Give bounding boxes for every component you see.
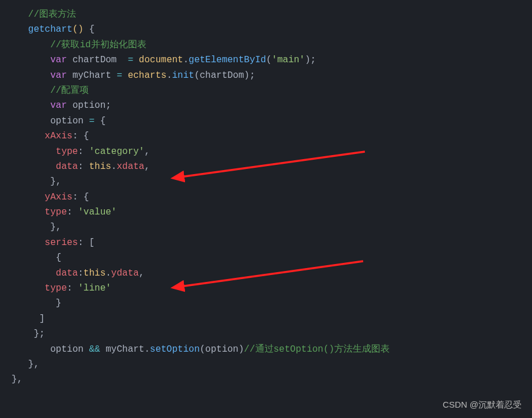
property-access: xdata bbox=[116, 161, 144, 172]
comment-text: //配置项 bbox=[50, 85, 89, 96]
semicolon: ; bbox=[105, 100, 111, 111]
code-line: type: 'value' bbox=[12, 205, 532, 220]
echarts-object: echarts bbox=[122, 70, 167, 81]
equals-operator: = bbox=[128, 55, 134, 65]
code-line: var option; bbox=[12, 98, 532, 113]
variable-name: myChart bbox=[67, 70, 116, 81]
variable-name: option bbox=[50, 344, 89, 355]
code-line: var chartDom = document.getElementById('… bbox=[12, 52, 532, 67]
variable-name: option bbox=[50, 116, 89, 126]
colon: : { bbox=[73, 131, 89, 141]
function-call: init bbox=[172, 70, 194, 81]
var-keyword: var bbox=[50, 100, 67, 111]
watermark-text: CSDN @沉默着忍受 bbox=[443, 398, 522, 412]
comma: , bbox=[139, 268, 145, 278]
comma: , bbox=[144, 161, 150, 172]
code-line: }, bbox=[12, 372, 532, 387]
code-line: }, bbox=[12, 174, 532, 189]
close-paren: ); bbox=[244, 70, 255, 81]
close-brace: }, bbox=[50, 176, 61, 187]
code-line: { bbox=[12, 250, 532, 265]
dot: . bbox=[144, 344, 150, 355]
this-keyword: this bbox=[84, 268, 105, 278]
code-line: data: this.xdata, bbox=[12, 159, 532, 174]
open-paren: ( bbox=[194, 70, 200, 81]
property-key: xAxis bbox=[45, 131, 73, 141]
close-bracket: ] bbox=[39, 314, 45, 324]
colon: : bbox=[67, 283, 78, 293]
close-brace: }; bbox=[33, 329, 44, 339]
function-call: setOption bbox=[150, 344, 199, 355]
variable-name: chartDom bbox=[67, 55, 128, 65]
string-literal: 'main' bbox=[271, 55, 305, 65]
colon: : bbox=[78, 146, 89, 157]
close-brace: }, bbox=[12, 374, 22, 385]
string-literal: 'value' bbox=[78, 207, 116, 217]
property-key: type bbox=[45, 207, 67, 217]
document-object: document bbox=[133, 55, 183, 65]
comma: , bbox=[144, 146, 150, 157]
code-line: }, bbox=[12, 357, 532, 372]
code-line: //获取id并初始化图表 bbox=[12, 37, 532, 52]
property-key: series bbox=[45, 238, 78, 248]
function-call: getElementById bbox=[188, 55, 266, 65]
comment-text: //通过setOption()方法生成图表 bbox=[244, 344, 390, 355]
colon-bracket: : [ bbox=[78, 238, 95, 248]
comment-text: //获取id并初始化图表 bbox=[50, 40, 146, 50]
method-identifier: getchart bbox=[28, 24, 73, 35]
variable-name: myChart bbox=[100, 344, 145, 355]
code-line: ] bbox=[12, 311, 532, 326]
code-block: //图表方法 getchart() { //获取id并初始化图表 var cha… bbox=[0, 7, 532, 387]
property-key: type bbox=[45, 283, 67, 293]
open-paren: ( bbox=[199, 344, 205, 355]
argument: option bbox=[205, 344, 239, 355]
colon: : bbox=[78, 161, 89, 172]
parentheses: () bbox=[73, 24, 84, 35]
code-line: }, bbox=[12, 220, 532, 235]
dot: . bbox=[105, 268, 111, 278]
string-literal: 'category' bbox=[89, 146, 144, 157]
close-brace: }, bbox=[28, 359, 39, 370]
open-paren: ( bbox=[266, 55, 272, 65]
and-operator: && bbox=[89, 344, 100, 355]
code-line: yAxis: { bbox=[12, 190, 532, 205]
argument: chartDom bbox=[200, 70, 244, 81]
code-line: option = { bbox=[12, 114, 532, 129]
property-access: ydata bbox=[111, 268, 139, 278]
close-brace: }, bbox=[50, 222, 61, 232]
code-line: xAxis: { bbox=[12, 129, 532, 144]
string-literal: 'line' bbox=[78, 283, 111, 293]
close-brace: } bbox=[56, 298, 62, 308]
code-line: //配置项 bbox=[12, 83, 532, 98]
close-paren: ) bbox=[239, 344, 244, 355]
close-paren: ); bbox=[305, 55, 316, 65]
code-line: getchart() { bbox=[12, 22, 532, 37]
code-line: }; bbox=[12, 326, 532, 341]
property-key: data bbox=[56, 161, 78, 172]
colon: : bbox=[78, 268, 84, 278]
open-brace: { bbox=[84, 24, 95, 35]
equals-operator: = bbox=[89, 116, 95, 126]
code-line: data:this.ydata, bbox=[12, 266, 532, 281]
var-keyword: var bbox=[50, 70, 67, 81]
equals-operator: = bbox=[116, 70, 122, 81]
property-key: type bbox=[56, 146, 78, 157]
property-key: yAxis bbox=[45, 192, 73, 202]
dot: . bbox=[183, 55, 189, 65]
code-line: option && myChart.setOption(option)//通过s… bbox=[12, 342, 532, 357]
colon: : bbox=[67, 207, 78, 217]
code-line: //图表方法 bbox=[12, 7, 532, 22]
open-brace: { bbox=[95, 116, 105, 126]
this-keyword: this bbox=[89, 161, 111, 172]
code-line: var myChart = echarts.init(chartDom); bbox=[12, 68, 532, 83]
code-line: series: [ bbox=[12, 235, 532, 250]
dot: . bbox=[111, 161, 117, 172]
var-keyword: var bbox=[50, 55, 67, 65]
comment-text: //图表方法 bbox=[28, 9, 76, 20]
code-line: type: 'category', bbox=[12, 144, 532, 159]
code-line: } bbox=[12, 296, 532, 311]
property-key: data bbox=[56, 268, 78, 278]
code-line: type: 'line' bbox=[12, 281, 532, 296]
variable-name: option bbox=[67, 100, 105, 111]
colon: : { bbox=[73, 192, 89, 202]
